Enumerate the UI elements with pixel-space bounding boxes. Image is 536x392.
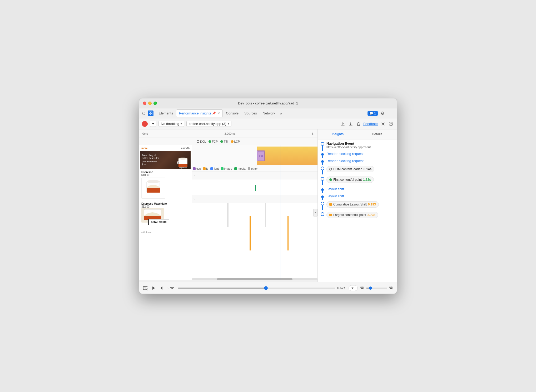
network-track: CSS css js bbox=[192, 145, 317, 172]
svg-point-14 bbox=[147, 180, 160, 183]
rb2-dot-icon bbox=[321, 160, 324, 163]
playback-scrubber[interactable] bbox=[178, 288, 335, 289]
ls1-body: Layout shift bbox=[325, 187, 394, 193]
traffic-lights bbox=[143, 102, 157, 105]
chat-badge-button[interactable]: 💬 1 bbox=[368, 111, 378, 116]
svg-text:?: ? bbox=[390, 123, 392, 125]
tab-elements[interactable]: Elements bbox=[156, 109, 176, 117]
vert-line-4 bbox=[322, 170, 323, 174]
render-blocking-link-1[interactable]: Render blocking request bbox=[326, 152, 364, 156]
toolbar: ▾ No throttling ▾ coffee-cart.netlify.ap… bbox=[139, 118, 397, 129]
minimize-button[interactable] bbox=[148, 102, 152, 105]
devtools-icons: ⬡ bbox=[141, 110, 153, 116]
dcl-body: DOM content loaded 0.14s bbox=[325, 166, 394, 174]
gray-bar-1 bbox=[227, 203, 229, 227]
fcp-value: 1.32s bbox=[363, 178, 371, 182]
fcp-dot-icon bbox=[209, 140, 211, 143]
skip-to-start-button[interactable] bbox=[158, 285, 165, 291]
js-color-icon bbox=[203, 167, 206, 170]
other-color-icon bbox=[248, 167, 250, 170]
tab-close-icon[interactable]: ✕ bbox=[217, 112, 220, 115]
more-tabs-icon[interactable]: » bbox=[278, 111, 284, 115]
tab-performance-insights[interactable]: Performance insights 📌 ✕ bbox=[176, 109, 223, 117]
timeline-tracks: CSS css js bbox=[192, 145, 317, 280]
layout-shift-link-2[interactable]: Layout shift bbox=[326, 194, 344, 198]
close-button[interactable] bbox=[143, 102, 146, 105]
tab-bar: ⬡ Elements Performance insights 📌 ✕ Cons… bbox=[139, 108, 397, 118]
throttling-dropdown[interactable]: No throttling ▾ bbox=[158, 121, 184, 127]
vert-line-5 bbox=[322, 181, 323, 185]
play-controls bbox=[142, 285, 165, 291]
upload-icon[interactable] bbox=[340, 121, 346, 127]
scrollbar[interactable] bbox=[192, 278, 317, 280]
tab-console[interactable]: Console bbox=[223, 109, 241, 117]
chevron-expand-2[interactable]: › bbox=[192, 197, 196, 201]
insights-tabs: Insights Details bbox=[318, 129, 397, 139]
fcp-body: First contentful paint 1.32s bbox=[325, 177, 394, 185]
product1-image: espresso bbox=[141, 178, 165, 199]
help-icon[interactable]: ? bbox=[388, 121, 394, 127]
zoom-in-button[interactable] bbox=[389, 285, 394, 291]
insight-dcl: DOM content loaded 0.14s bbox=[318, 165, 397, 175]
resource-css-block: CSS bbox=[257, 150, 265, 161]
cls-value: 0.193 bbox=[368, 203, 376, 206]
layout-shift-bar-1 bbox=[250, 216, 251, 250]
url-dropdown[interactable]: coffee-cart.netlify.app (3) ▾ bbox=[186, 121, 231, 127]
flamechart-area[interactable]: menu cart (0) Free 1 bag of coffee beans… bbox=[139, 145, 317, 280]
connector-fcp bbox=[320, 177, 325, 185]
camera-off-button[interactable] bbox=[142, 285, 149, 291]
settings-button[interactable]: ⚙ bbox=[379, 110, 386, 117]
inspector-icon[interactable] bbox=[148, 110, 153, 116]
tab-insights[interactable]: Insights bbox=[318, 129, 358, 139]
lcp-body: Largest contentful paint 2.73s bbox=[325, 212, 394, 220]
legend-dcl: DCL bbox=[197, 140, 206, 143]
zoom-thumb[interactable] bbox=[369, 287, 372, 290]
toolbar-icons: Feedback ? bbox=[340, 121, 394, 127]
render-blocking-link-2[interactable]: Render blocking request bbox=[326, 159, 364, 163]
record-button[interactable] bbox=[142, 121, 148, 127]
scrubber-thumb[interactable] bbox=[264, 286, 268, 290]
vert-line-1 bbox=[322, 146, 323, 151]
chevron-expand-1[interactable]: › bbox=[192, 174, 196, 177]
timeline-panel: 0ms 3,200ms 6, DCL FCP TTI bbox=[139, 129, 318, 282]
play-button[interactable] bbox=[150, 285, 157, 291]
ruler-labels: 0ms 3,200ms 6, bbox=[140, 132, 316, 135]
insights-scroll[interactable]: Navigation Event https://coffee-cart.net… bbox=[318, 139, 397, 282]
clear-icon[interactable] bbox=[355, 121, 362, 127]
menu-bar: menu cart (0) bbox=[140, 146, 191, 150]
download-icon[interactable] bbox=[348, 121, 354, 127]
zoom-out-button[interactable] bbox=[360, 285, 365, 291]
connector-nav bbox=[320, 142, 325, 151]
track-separator-2: › bbox=[192, 195, 317, 203]
coffee-cup-icon: espresso bbox=[176, 155, 190, 169]
window-title: DevTools - coffee-cart.netlify.app/?ad=1 bbox=[238, 101, 298, 105]
timeline-legend: DCL FCP TTI LCP bbox=[139, 138, 317, 145]
timeline-scrollbar[interactable] bbox=[139, 280, 317, 282]
tab-details[interactable]: Details bbox=[358, 129, 397, 139]
expand-right-button[interactable]: › bbox=[313, 209, 317, 217]
svg-rect-2 bbox=[149, 114, 150, 115]
more-menu-button[interactable]: ⋮ bbox=[387, 110, 395, 117]
record-dropdown-arrow[interactable]: ▾ bbox=[150, 121, 156, 127]
insight-layout-shift-1: Layout shift bbox=[318, 186, 397, 193]
svg-rect-3 bbox=[151, 114, 152, 115]
tab-network[interactable]: Network bbox=[260, 109, 278, 117]
tab-sources[interactable]: Sources bbox=[242, 109, 260, 117]
webpage-preview: menu cart (0) Free 1 bag of coffee beans… bbox=[139, 145, 192, 280]
espresso-cup-svg: espresso bbox=[143, 179, 164, 197]
layout-shift-link-1[interactable]: Layout shift bbox=[326, 187, 344, 191]
svg-text:espresso: espresso bbox=[149, 192, 158, 195]
rb2-body: Render blocking request bbox=[325, 159, 394, 165]
feedback-link[interactable]: Feedback bbox=[363, 122, 378, 126]
playback-speed[interactable]: x1 bbox=[349, 285, 358, 291]
css-color-icon bbox=[193, 167, 196, 170]
cursor-icon[interactable]: ⬡ bbox=[141, 111, 146, 116]
zoom-controls bbox=[360, 285, 394, 291]
maximize-button[interactable] bbox=[153, 102, 157, 105]
zoom-slider[interactable] bbox=[366, 288, 387, 289]
scrollbar-thumb[interactable] bbox=[217, 278, 292, 280]
ruler-3200ms: 3,200ms bbox=[224, 132, 235, 135]
dcl-circle-icon bbox=[321, 167, 324, 170]
settings2-icon[interactable] bbox=[380, 121, 386, 127]
connector-rb2 bbox=[320, 159, 325, 165]
